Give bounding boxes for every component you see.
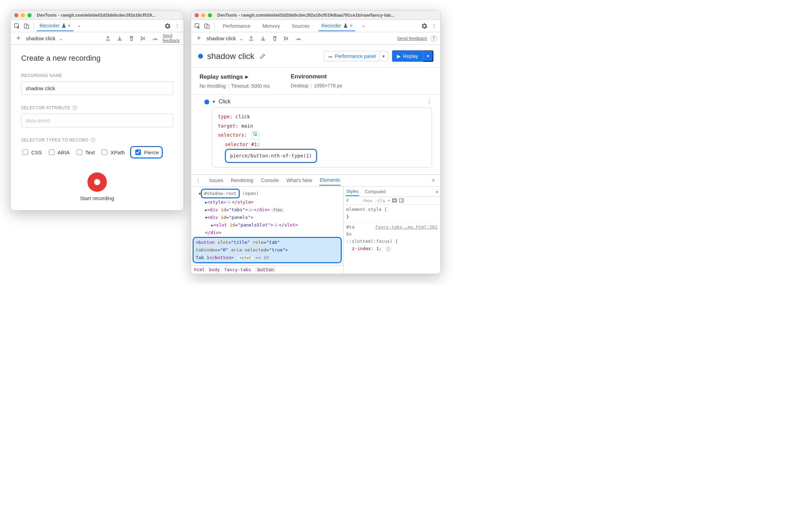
check-pierce[interactable]: Pierce bbox=[134, 148, 159, 156]
styles-tab-styles[interactable]: Styles bbox=[346, 187, 359, 196]
tab-sources[interactable]: Sources bbox=[289, 21, 312, 31]
send-feedback-link[interactable]: Send feedback bbox=[163, 34, 180, 43]
delete-icon[interactable] bbox=[271, 34, 279, 43]
element-picker-icon[interactable] bbox=[252, 131, 259, 140]
import-icon[interactable] bbox=[259, 34, 267, 43]
tab-performance[interactable]: Performance bbox=[220, 21, 253, 31]
inspect-icon[interactable] bbox=[193, 22, 202, 30]
chevron-down-icon[interactable]: ⌄ bbox=[239, 36, 244, 41]
tab-memory[interactable]: Memory bbox=[260, 21, 283, 31]
chevron-down-icon[interactable]: ⌄ bbox=[59, 36, 63, 41]
settings-icon[interactable] bbox=[163, 22, 172, 30]
check-text[interactable]: Text bbox=[75, 148, 95, 156]
device-toggle-icon[interactable] bbox=[23, 22, 31, 30]
check-aria[interactable]: ARIA bbox=[48, 148, 70, 156]
titlebar: DevTools - rawgit.com/ebidel/2d2bb0cdec3… bbox=[11, 11, 184, 20]
source-link[interactable]: fancy-tabs-…mo.html:302 bbox=[375, 224, 438, 231]
dom-tree[interactable]: ▼#shadow-root (open) ▶<style>⋯</style> ▶… bbox=[191, 187, 343, 265]
svg-rect-9 bbox=[399, 199, 404, 202]
drawer-tab-whatsnew[interactable]: What's New bbox=[286, 175, 313, 185]
settings-section: Replay settings▸ No throttling|Timeout: … bbox=[191, 67, 440, 94]
settings-icon[interactable] bbox=[420, 22, 428, 30]
traffic-lights bbox=[14, 13, 32, 17]
timeline-dot bbox=[204, 100, 209, 104]
drawer-tab-console[interactable]: Console bbox=[260, 175, 279, 185]
add-recording-icon[interactable]: + bbox=[14, 34, 23, 43]
selector-attribute-label: SELECTOR ATTRIBUTE ? bbox=[21, 105, 173, 110]
selector-attribute-input[interactable] bbox=[21, 114, 173, 127]
styles-tab-computed[interactable]: Computed bbox=[364, 188, 386, 196]
close-tab-icon[interactable]: × bbox=[350, 23, 353, 28]
new-style-icon[interactable]: + bbox=[388, 198, 390, 203]
replay-dropdown[interactable]: ▾ bbox=[423, 50, 433, 62]
performance-panel-button[interactable]: Performance panel bbox=[324, 51, 380, 61]
more-tabs-icon[interactable]: » bbox=[359, 22, 368, 30]
inspect-icon[interactable] bbox=[13, 22, 21, 30]
tab-recorder[interactable]: Recorder × bbox=[37, 21, 74, 31]
send-feedback-link[interactable]: Send feedback bbox=[397, 36, 427, 41]
zoom-icon[interactable] bbox=[208, 13, 212, 17]
delete-icon[interactable] bbox=[127, 34, 136, 43]
environment-meta: Desktop|1095×778 px bbox=[291, 83, 342, 88]
more-tabs-icon[interactable]: » bbox=[436, 189, 438, 194]
minimize-icon[interactable] bbox=[21, 13, 25, 17]
export-icon[interactable] bbox=[104, 34, 112, 43]
import-icon[interactable] bbox=[116, 34, 124, 43]
step-menu-icon[interactable]: ⋮ bbox=[426, 98, 432, 105]
more-tabs-icon[interactable]: » bbox=[75, 22, 83, 30]
drawer-tab-elements[interactable]: Elements bbox=[319, 175, 341, 186]
add-recording-icon[interactable]: + bbox=[195, 34, 203, 43]
drawer: ⋮ Issues Rendering Console What's New El… bbox=[191, 174, 440, 274]
styles-filter-input[interactable] bbox=[346, 198, 359, 204]
devtools-window-right: DevTools - rawgit.com/ebidel/2d2bb0cdec3… bbox=[191, 10, 441, 274]
drawer-tab-rendering[interactable]: Rendering bbox=[230, 175, 254, 185]
info-icon[interactable]: i bbox=[386, 247, 391, 251]
close-drawer-icon[interactable]: × bbox=[429, 176, 438, 185]
step-header[interactable]: ▼ Click ⋮ bbox=[212, 98, 432, 105]
selector-value-highlight: pierce/button:nth-of-type(1) bbox=[225, 149, 317, 163]
device-toggle-icon[interactable] bbox=[203, 22, 211, 30]
recording-name-input[interactable] bbox=[21, 81, 173, 95]
check-css[interactable]: CSS bbox=[21, 148, 42, 156]
kebab-menu-icon[interactable]: ⋮ bbox=[430, 22, 438, 30]
styles-pane: Styles Computed » :hov .cls + element.st… bbox=[343, 187, 440, 274]
toggle-sidebar-icon[interactable] bbox=[399, 198, 404, 203]
zoom-icon[interactable] bbox=[27, 13, 32, 17]
start-recording-label: Start recording bbox=[21, 195, 173, 201]
help-icon[interactable]: ? bbox=[73, 105, 77, 110]
replay-button[interactable]: ▶ Replay bbox=[392, 50, 423, 62]
edit-title-icon[interactable] bbox=[258, 52, 267, 60]
speed-icon[interactable] bbox=[151, 34, 159, 43]
kebab-menu-icon[interactable]: ⋮ bbox=[173, 22, 181, 30]
dom-breadcrumbs[interactable]: html body fancy-tabs button bbox=[191, 265, 343, 274]
computed-styles-icon[interactable] bbox=[392, 198, 397, 203]
tab-recorder[interactable]: Recorder × bbox=[319, 21, 355, 31]
drawer-menu-icon[interactable]: ⋮ bbox=[194, 176, 202, 185]
close-tab-icon[interactable]: × bbox=[68, 23, 71, 28]
recorder-subbar: + shadow click ⌄ Send feedback bbox=[11, 32, 184, 45]
hov-toggle[interactable]: :hov bbox=[362, 198, 372, 203]
performance-panel-dropdown[interactable]: ▾ bbox=[380, 51, 388, 61]
tab-label: Recorder bbox=[40, 23, 60, 28]
flask-icon bbox=[62, 23, 66, 28]
tab-label: Recorder bbox=[321, 23, 341, 28]
play-step-icon[interactable] bbox=[139, 34, 147, 43]
export-icon[interactable] bbox=[247, 34, 255, 43]
cls-toggle[interactable]: .cls bbox=[374, 198, 385, 203]
speed-icon[interactable] bbox=[294, 34, 303, 43]
recording-title: shadow click bbox=[207, 51, 254, 61]
close-icon[interactable] bbox=[195, 13, 199, 17]
help-icon[interactable]: ? bbox=[91, 138, 95, 143]
replay-settings-header[interactable]: Replay settings▸ bbox=[200, 73, 270, 80]
drawer-tab-issues[interactable]: Issues bbox=[209, 175, 224, 185]
help-icon[interactable]: ? bbox=[431, 35, 437, 42]
play-step-icon[interactable] bbox=[282, 34, 291, 43]
close-icon[interactable] bbox=[14, 13, 18, 17]
check-xpath[interactable]: XPath bbox=[100, 148, 125, 156]
minimize-icon[interactable] bbox=[201, 13, 205, 17]
styles-rules[interactable]: element.style { } fancy-tabs-…mo.html:30… bbox=[343, 205, 440, 254]
expand-icon[interactable]: ▼ bbox=[212, 100, 216, 104]
start-recording-button[interactable] bbox=[87, 172, 107, 192]
step-details: type: click target: main selectors: sele… bbox=[212, 108, 432, 168]
devtools-window-left: DevTools - rawgit.com/ebidel/2d2bb0cdec3… bbox=[10, 10, 184, 211]
